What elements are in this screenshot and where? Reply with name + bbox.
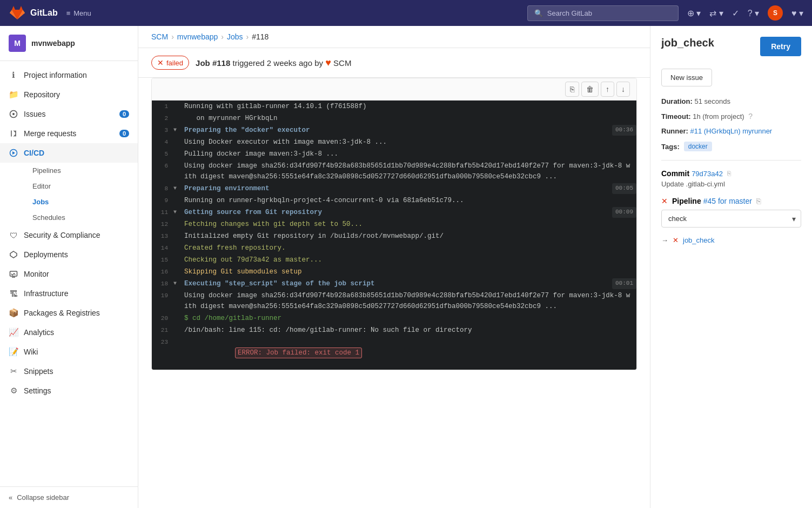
pipeline-copy-icon[interactable]: ⎘ <box>756 197 761 205</box>
sidebar-item-security[interactable]: 🛡 Security & Compliance <box>0 225 138 245</box>
section-toggle[interactable]: ▼ <box>173 207 184 217</box>
pipeline-label: Pipeline <box>672 197 701 205</box>
sidebar-item-issues[interactable]: Issues 0 <box>0 104 138 124</box>
status-badge: ✕ failed <box>151 56 189 70</box>
sidebar-item-project-info[interactable]: ℹ Project information <box>0 65 138 85</box>
project-header[interactable]: M mvnwebapp <box>0 26 138 61</box>
menu-button[interactable]: ≡ Menu <box>66 9 91 17</box>
section-toggle[interactable]: ▼ <box>173 183 184 193</box>
line-number: 14 <box>152 243 173 253</box>
tags-row: Tags: docker <box>661 142 801 151</box>
breadcrumb-mvnwebapp[interactable]: mvnwebapp <box>177 32 218 41</box>
log-section-header: Getting source from Git repository <box>184 207 608 218</box>
log-line-content: Pulling docker image maven:3-jdk-8 ... <box>184 149 636 159</box>
job-check-link[interactable]: job_check <box>683 236 715 244</box>
sidebar-item-settings[interactable]: ⚙ Settings <box>0 381 138 400</box>
log-section-header: Preparing the "docker" executor <box>184 125 608 136</box>
sidebar-item-merge-requests[interactable]: Merge requests 0 <box>0 124 138 143</box>
line-number: 6 <box>152 161 173 171</box>
duration-label: Duration: <box>661 97 693 105</box>
runner-link[interactable]: #11 (HGrkbqLn) myrunner <box>690 127 772 135</box>
new-issue-button[interactable]: New issue <box>661 69 712 86</box>
sidebar-item-label: Merge requests <box>24 129 114 138</box>
line-toggle <box>173 290 184 291</box>
copy-log-button[interactable]: ⎘ <box>565 82 579 97</box>
commit-message: Update .gitlab-ci.yml <box>661 180 801 188</box>
sidebar-sub-jobs[interactable]: Jobs <box>24 194 138 210</box>
breadcrumb-scm[interactable]: SCM <box>151 32 168 41</box>
log-line-section[interactable]: 3 ▼ Preparing the "docker" executor 00:3… <box>152 124 636 136</box>
log-line-section[interactable]: 18 ▼ Executing "step_script" stage of th… <box>152 278 636 290</box>
commit-copy-icon[interactable]: ⎘ <box>727 170 731 177</box>
timeout-help-icon[interactable]: ? <box>748 112 753 121</box>
plus-icon[interactable]: ⊕ ▾ <box>687 8 701 18</box>
pipeline-row: ✕ Pipeline #45 for master ⎘ <box>661 197 801 205</box>
issues-nav-icon <box>9 109 18 119</box>
log-line-content: /bin/bash: line 115: cd: /home/gitlab-ru… <box>184 325 636 336</box>
job-link-row: → ✕ job_check <box>661 236 801 244</box>
line-number: 5 <box>152 149 173 159</box>
sidebar-item-analytics[interactable]: 📈 Analytics <box>0 323 138 342</box>
sidebar-item-label: Repository <box>24 90 129 99</box>
log-line: 14 Created fresh repository. <box>152 242 636 254</box>
sidebar-sub-pipelines[interactable]: Pipelines <box>24 163 138 178</box>
search-bar[interactable]: 🔍 <box>527 5 679 21</box>
help-icon[interactable]: ? ▾ <box>748 8 759 18</box>
section-toggle[interactable]: ▼ <box>173 278 184 288</box>
breadcrumb-current: #118 <box>252 32 269 41</box>
sidebar-item-label: Settings <box>24 386 129 395</box>
sidebar-sub-editor[interactable]: Editor <box>24 178 138 194</box>
sidebar-item-infrastructure[interactable]: 🏗 Infrastructure <box>0 284 138 303</box>
sidebar-item-wiki[interactable]: 📝 Wiki <box>0 342 138 362</box>
scroll-up-button[interactable]: ↑ <box>601 82 614 97</box>
issues-icon[interactable]: ✓ <box>732 8 739 18</box>
project-info-icon: ℹ <box>9 70 18 80</box>
sidebar-item-repository[interactable]: 📁 Repository <box>0 85 138 104</box>
sidebar-item-monitor[interactable]: Monitor <box>0 264 138 284</box>
sidebar-item-label: Wiki <box>24 347 129 356</box>
analytics-icon: 📈 <box>9 327 18 337</box>
timeout-value: 1h (from project) <box>693 112 744 121</box>
retry-button[interactable]: Retry <box>760 37 801 56</box>
scroll-down-button[interactable]: ↓ <box>616 82 630 97</box>
user-avatar[interactable]: S <box>768 5 783 21</box>
security-icon: 🛡 <box>9 230 18 240</box>
stage-select[interactable]: check <box>661 210 801 228</box>
log-line-content: Skipping Git submodules setup <box>184 266 636 277</box>
nav-icons: ⊕ ▾ ⇄ ▾ ✓ ? ▾ S ♥ ▾ <box>687 5 803 21</box>
pipeline-link[interactable]: #45 for master <box>703 197 752 205</box>
commit-hash-link[interactable]: 79d73a42 <box>692 170 723 178</box>
line-number: 3 <box>152 125 173 136</box>
sidebar-sub-schedules[interactable]: Schedules <box>24 210 138 225</box>
brand-label: GitLab <box>30 8 58 18</box>
log-time: 00:36 <box>612 125 636 136</box>
gitlab-logo[interactable]: GitLab <box>9 4 58 22</box>
collapse-icon: « <box>9 493 12 502</box>
docker-tag[interactable]: docker <box>684 142 712 151</box>
sidebar-item-packages[interactable]: 📦 Packages & Registries <box>0 303 138 323</box>
sidebar-item-snippets[interactable]: ✂ Snippets <box>0 362 138 381</box>
right-panel: job_check Retry New issue Duration: 51 s… <box>650 26 812 508</box>
menu-label: Menu <box>73 9 91 17</box>
sidebar-item-label: Deployments <box>24 250 129 259</box>
search-input[interactable] <box>547 9 672 17</box>
erase-log-button[interactable]: 🗑 <box>581 82 599 97</box>
sidebar-item-cicd[interactable]: CI/CD <box>0 143 138 163</box>
sidebar: M mvnwebapp ℹ Project information 📁 Repo… <box>0 26 138 508</box>
collapse-sidebar-button[interactable]: « Collapse sidebar <box>0 486 138 508</box>
log-line-section[interactable]: 8 ▼ Preparing environment 00:05 <box>152 183 636 195</box>
line-number: 16 <box>152 266 173 277</box>
deployments-icon <box>9 250 18 259</box>
merge-requests-icon[interactable]: ⇄ ▾ <box>709 8 723 18</box>
log-line-content: Using docker image sha256:d34fd907f4b928… <box>184 290 636 312</box>
log-line: 2 on myrunner HGrkbqLn <box>152 112 636 124</box>
notifications-icon[interactable]: ♥ ▾ <box>791 8 803 18</box>
job-name-title: job_check <box>661 37 714 49</box>
line-toggle <box>173 149 184 150</box>
heart-icon: ♥ <box>325 57 331 68</box>
breadcrumb-jobs[interactable]: Jobs <box>227 32 243 41</box>
sidebar-item-deployments[interactable]: Deployments <box>0 245 138 264</box>
log-line: 15 Checking out 79d73a42 as master... <box>152 254 636 266</box>
log-line-section[interactable]: 11 ▼ Getting source from Git repository … <box>152 206 636 218</box>
section-toggle[interactable]: ▼ <box>173 125 184 135</box>
